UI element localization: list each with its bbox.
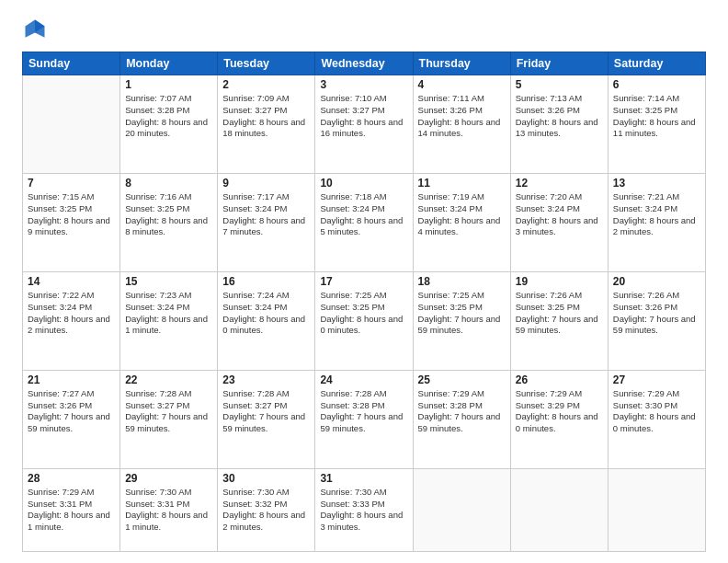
day-number: 8 [125,177,212,190]
day-info: Sunrise: 7:25 AM Sunset: 3:25 PM Dayligh… [418,290,506,337]
day-number: 28 [28,472,115,485]
calendar-cell: 30Sunrise: 7:30 AM Sunset: 3:32 PM Dayli… [218,468,315,551]
calendar-weekday-monday: Monday [120,52,218,75]
calendar-cell: 26Sunrise: 7:29 AM Sunset: 3:29 PM Dayli… [510,370,608,468]
calendar-cell: 2Sunrise: 7:09 AM Sunset: 3:27 PM Daylig… [218,75,315,174]
day-number: 26 [516,373,603,386]
page: SundayMondayTuesdayWednesdayThursdayFrid… [0,0,728,563]
day-number: 12 [516,177,603,190]
day-number: 7 [28,177,115,190]
day-info: Sunrise: 7:20 AM Sunset: 3:24 PM Dayligh… [516,191,603,238]
day-number: 10 [320,177,407,190]
calendar-cell: 9Sunrise: 7:17 AM Sunset: 3:24 PM Daylig… [218,173,315,271]
day-number: 23 [222,373,310,386]
logo [22,17,51,42]
day-info: Sunrise: 7:25 AM Sunset: 3:25 PM Dayligh… [320,290,407,337]
day-info: Sunrise: 7:30 AM Sunset: 3:31 PM Dayligh… [125,487,212,534]
header [22,17,706,42]
day-number: 22 [125,373,212,386]
calendar-cell: 23Sunrise: 7:28 AM Sunset: 3:27 PM Dayli… [218,370,315,468]
day-info: Sunrise: 7:11 AM Sunset: 3:26 PM Dayligh… [418,93,506,140]
logo-icon [22,17,48,42]
calendar-cell: 15Sunrise: 7:23 AM Sunset: 3:24 PM Dayli… [120,271,218,370]
day-info: Sunrise: 7:28 AM Sunset: 3:27 PM Dayligh… [125,388,212,435]
calendar-header-row: SundayMondayTuesdayWednesdayThursdayFrid… [23,52,706,75]
day-info: Sunrise: 7:24 AM Sunset: 3:24 PM Dayligh… [222,290,310,337]
calendar-cell: 4Sunrise: 7:11 AM Sunset: 3:26 PM Daylig… [413,75,510,174]
day-number: 30 [222,472,310,485]
day-number: 13 [613,177,700,190]
calendar-cell: 18Sunrise: 7:25 AM Sunset: 3:25 PM Dayli… [413,271,510,370]
day-number: 18 [418,275,506,288]
day-info: Sunrise: 7:13 AM Sunset: 3:26 PM Dayligh… [516,93,603,140]
calendar-week-row: 28Sunrise: 7:29 AM Sunset: 3:31 PM Dayli… [23,468,706,551]
calendar-cell: 5Sunrise: 7:13 AM Sunset: 3:26 PM Daylig… [510,75,608,174]
calendar-cell [413,468,510,551]
day-number: 3 [320,78,407,91]
day-info: Sunrise: 7:29 AM Sunset: 3:29 PM Dayligh… [516,388,603,435]
calendar-week-row: 7Sunrise: 7:15 AM Sunset: 3:25 PM Daylig… [23,173,706,271]
calendar-cell: 1Sunrise: 7:07 AM Sunset: 3:28 PM Daylig… [120,75,218,174]
day-number: 11 [418,177,506,190]
day-info: Sunrise: 7:27 AM Sunset: 3:26 PM Dayligh… [28,388,115,435]
day-number: 15 [125,275,212,288]
calendar-cell [608,468,705,551]
day-info: Sunrise: 7:26 AM Sunset: 3:26 PM Dayligh… [613,290,700,337]
day-number: 14 [28,275,115,288]
day-info: Sunrise: 7:15 AM Sunset: 3:25 PM Dayligh… [28,191,115,238]
day-info: Sunrise: 7:23 AM Sunset: 3:24 PM Dayligh… [125,290,212,337]
day-info: Sunrise: 7:30 AM Sunset: 3:32 PM Dayligh… [222,487,310,534]
calendar-week-row: 1Sunrise: 7:07 AM Sunset: 3:28 PM Daylig… [23,75,706,174]
calendar-cell: 12Sunrise: 7:20 AM Sunset: 3:24 PM Dayli… [510,173,608,271]
day-info: Sunrise: 7:30 AM Sunset: 3:33 PM Dayligh… [320,487,407,534]
calendar-cell: 3Sunrise: 7:10 AM Sunset: 3:27 PM Daylig… [315,75,413,174]
calendar-weekday-friday: Friday [510,52,608,75]
day-number: 25 [418,373,506,386]
calendar-cell: 19Sunrise: 7:26 AM Sunset: 3:25 PM Dayli… [510,271,608,370]
day-number: 6 [613,78,700,91]
day-info: Sunrise: 7:17 AM Sunset: 3:24 PM Dayligh… [222,191,310,238]
day-number: 4 [418,78,506,91]
calendar-weekday-wednesday: Wednesday [315,52,413,75]
calendar-cell: 21Sunrise: 7:27 AM Sunset: 3:26 PM Dayli… [23,370,120,468]
calendar-cell: 10Sunrise: 7:18 AM Sunset: 3:24 PM Dayli… [315,173,413,271]
calendar-cell: 31Sunrise: 7:30 AM Sunset: 3:33 PM Dayli… [315,468,413,551]
day-info: Sunrise: 7:29 AM Sunset: 3:30 PM Dayligh… [613,388,700,435]
calendar-weekday-saturday: Saturday [608,52,705,75]
calendar-cell: 29Sunrise: 7:30 AM Sunset: 3:31 PM Dayli… [120,468,218,551]
calendar-week-row: 14Sunrise: 7:22 AM Sunset: 3:24 PM Dayli… [23,271,706,370]
day-info: Sunrise: 7:29 AM Sunset: 3:28 PM Dayligh… [418,388,506,435]
day-number: 31 [320,472,407,485]
day-number: 27 [613,373,700,386]
calendar-table: SundayMondayTuesdayWednesdayThursdayFrid… [22,52,706,552]
day-number: 17 [320,275,407,288]
calendar-cell: 25Sunrise: 7:29 AM Sunset: 3:28 PM Dayli… [413,370,510,468]
day-info: Sunrise: 7:29 AM Sunset: 3:31 PM Dayligh… [28,487,115,534]
calendar-weekday-sunday: Sunday [23,52,120,75]
calendar-week-row: 21Sunrise: 7:27 AM Sunset: 3:26 PM Dayli… [23,370,706,468]
day-number: 2 [222,78,310,91]
day-info: Sunrise: 7:07 AM Sunset: 3:28 PM Dayligh… [125,93,212,140]
calendar-cell: 17Sunrise: 7:25 AM Sunset: 3:25 PM Dayli… [315,271,413,370]
calendar-cell: 16Sunrise: 7:24 AM Sunset: 3:24 PM Dayli… [218,271,315,370]
day-number: 19 [516,275,603,288]
day-number: 9 [222,177,310,190]
calendar-cell: 22Sunrise: 7:28 AM Sunset: 3:27 PM Dayli… [120,370,218,468]
calendar-cell: 11Sunrise: 7:19 AM Sunset: 3:24 PM Dayli… [413,173,510,271]
day-info: Sunrise: 7:28 AM Sunset: 3:28 PM Dayligh… [320,388,407,435]
day-info: Sunrise: 7:10 AM Sunset: 3:27 PM Dayligh… [320,93,407,140]
calendar-cell: 6Sunrise: 7:14 AM Sunset: 3:25 PM Daylig… [608,75,705,174]
calendar-weekday-thursday: Thursday [413,52,510,75]
day-info: Sunrise: 7:28 AM Sunset: 3:27 PM Dayligh… [222,388,310,435]
day-info: Sunrise: 7:26 AM Sunset: 3:25 PM Dayligh… [516,290,603,337]
calendar-cell: 27Sunrise: 7:29 AM Sunset: 3:30 PM Dayli… [608,370,705,468]
day-info: Sunrise: 7:16 AM Sunset: 3:25 PM Dayligh… [125,191,212,238]
day-number: 16 [222,275,310,288]
calendar-weekday-tuesday: Tuesday [218,52,315,75]
day-info: Sunrise: 7:14 AM Sunset: 3:25 PM Dayligh… [613,93,700,140]
calendar-cell: 28Sunrise: 7:29 AM Sunset: 3:31 PM Dayli… [23,468,120,551]
day-info: Sunrise: 7:21 AM Sunset: 3:24 PM Dayligh… [613,191,700,238]
calendar-cell: 14Sunrise: 7:22 AM Sunset: 3:24 PM Dayli… [23,271,120,370]
day-info: Sunrise: 7:18 AM Sunset: 3:24 PM Dayligh… [320,191,407,238]
day-number: 21 [28,373,115,386]
